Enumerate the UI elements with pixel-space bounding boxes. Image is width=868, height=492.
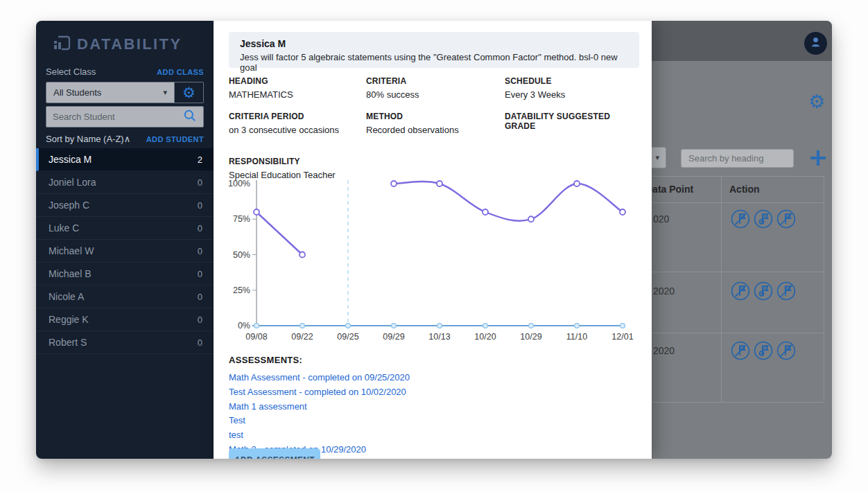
svg-text:50%: 50% xyxy=(233,250,250,260)
student-search-placeholder: Search Student xyxy=(53,112,115,122)
goal-fields: HEADINGMATHEMATICSCRITERIA80% successSCH… xyxy=(229,76,641,180)
class-dropdown[interactable]: All Students ▾ xyxy=(46,82,174,103)
student-name: Reggie K xyxy=(49,314,89,325)
data-point-settings-icon[interactable] xyxy=(754,209,773,229)
goal-count-badge: 0 xyxy=(198,292,202,302)
goal-field: DATABILITY SUGGESTED GRADE xyxy=(505,112,641,145)
svg-text:25%: 25% xyxy=(233,285,250,295)
svg-text:0%: 0% xyxy=(238,321,250,331)
field-label: RESPONSIBILITY xyxy=(229,157,366,166)
data-point-date: 2020 xyxy=(653,345,675,356)
logo: DATABILITY xyxy=(53,32,182,57)
class-dropdown-value: All Students xyxy=(53,87,101,98)
field-value: Every 3 Weeks xyxy=(505,89,641,100)
search-by-heading-input[interactable]: Search by heading xyxy=(681,149,794,168)
edit-data-point-icon[interactable] xyxy=(731,209,750,229)
assessment-link[interactable]: Math Assessment - completed on 09/25/202… xyxy=(229,372,410,384)
plus-icon xyxy=(808,158,828,170)
svg-text:09/22: 09/22 xyxy=(291,332,313,342)
add-goal-button[interactable] xyxy=(808,148,828,168)
student-name: Luke C xyxy=(49,222,79,234)
caret-up-icon: ∧ xyxy=(124,134,131,144)
select-class-label: Select Class xyxy=(46,67,96,77)
assessments-section: ASSESSMENTS: Math Assessment - completed… xyxy=(229,355,410,456)
student-row[interactable]: Joniel Lora0 xyxy=(36,171,214,194)
field-label: CRITERIA xyxy=(366,76,505,86)
student-name: Joseph C xyxy=(49,200,89,211)
datability-logo-icon xyxy=(53,34,71,55)
search-icon[interactable] xyxy=(183,109,197,125)
goal-description: Jess will factor 5 algebraic statements … xyxy=(240,52,628,73)
goal-field: CRITERIA PERIODon 3 consecutive occasion… xyxy=(229,112,366,145)
data-point-settings-icon[interactable] xyxy=(754,341,773,360)
column-header-data-point: Data Point xyxy=(645,184,693,195)
edit-data-point-icon[interactable] xyxy=(731,281,750,301)
assessments-heading: ASSESSMENTS: xyxy=(229,355,410,365)
person-icon xyxy=(809,35,822,51)
assessment-link[interactable]: Math 1 assessment xyxy=(229,401,410,413)
goal-field: CRITERIA80% success xyxy=(366,76,505,100)
student-row[interactable]: Nicole A0 xyxy=(36,285,214,308)
field-label: HEADING xyxy=(229,76,366,86)
data-point-date: 020 xyxy=(653,213,669,225)
add-assessment-button[interactable]: ADD ASSESSMENT xyxy=(229,448,320,459)
goal-count-badge: 2 xyxy=(198,155,202,165)
field-label: CRITERIA PERIOD xyxy=(229,112,366,121)
chevron-down-icon: ▾ xyxy=(163,88,167,97)
svg-text:10/20: 10/20 xyxy=(474,332,496,342)
goal-count-badge: 0 xyxy=(198,223,202,234)
svg-text:09/25: 09/25 xyxy=(337,332,358,342)
student-list: Jessica M2Joniel Lora0Joseph C0Luke C0Mi… xyxy=(36,148,214,354)
goal-count-badge: 0 xyxy=(198,246,202,256)
action-buttons xyxy=(731,281,796,301)
app-window: ⚙ ▾ Search by heading Data PointAction02… xyxy=(36,21,832,459)
svg-text:10/13: 10/13 xyxy=(428,332,450,342)
student-name: Nicole A xyxy=(49,291,84,302)
user-avatar[interactable] xyxy=(804,32,827,55)
field-label: DATABILITY SUGGESTED GRADE xyxy=(505,112,641,131)
field-value xyxy=(505,134,641,145)
assessment-link[interactable]: test xyxy=(229,430,410,441)
student-name: Jessica M xyxy=(49,154,92,165)
delete-data-point-icon[interactable] xyxy=(776,209,796,229)
svg-text:100%: 100% xyxy=(228,179,250,188)
field-label: METHOD xyxy=(366,112,505,121)
goal-header-card: Jessica M Jess will factor 5 algebraic s… xyxy=(229,32,639,68)
student-sidebar: DATABILITY Select Class ADD CLASS All St… xyxy=(36,21,214,459)
goal-count-badge: 0 xyxy=(198,269,202,279)
edit-data-point-icon[interactable] xyxy=(731,341,750,360)
goal-count-badge: 0 xyxy=(198,315,202,325)
svg-text:09/08: 09/08 xyxy=(245,332,267,342)
data-point-settings-icon[interactable] xyxy=(754,281,773,301)
goal-detail-panel: Jessica M Jess will factor 5 algebraic s… xyxy=(214,21,652,459)
student-row[interactable]: Michael B0 xyxy=(36,263,214,285)
student-row[interactable]: Joseph C0 xyxy=(36,194,214,217)
goal-field: METHODRecorded observations xyxy=(366,112,505,145)
student-row[interactable]: Luke C0 xyxy=(36,217,214,240)
svg-text:09/29: 09/29 xyxy=(383,332,404,342)
delete-data-point-icon[interactable] xyxy=(776,281,796,301)
class-settings-button[interactable]: ⚙ xyxy=(174,82,203,103)
student-row[interactable]: Robert S0 xyxy=(36,331,214,354)
goal-count-badge: 0 xyxy=(198,337,202,348)
student-row[interactable]: Jessica M2 xyxy=(36,148,214,171)
svg-text:10/29: 10/29 xyxy=(520,332,541,342)
student-row[interactable]: Reggie K0 xyxy=(36,308,214,331)
sort-by-name-toggle[interactable]: Sort by Name (A-Z)∧ xyxy=(46,134,130,144)
student-row[interactable]: Michael W0 xyxy=(36,240,214,263)
student-name: Jessica M xyxy=(240,38,628,49)
student-search-input[interactable]: Search Student xyxy=(46,106,204,128)
goal-count-badge: 0 xyxy=(198,200,202,211)
assessment-link[interactable]: Test xyxy=(229,415,410,427)
settings-gear-icon[interactable]: ⚙ xyxy=(806,91,827,112)
add-student-button[interactable]: ADD STUDENT xyxy=(146,135,204,143)
data-point-date: 2020 xyxy=(653,285,675,297)
progress-chart: 0%25%50%75%100%09/0809/2209/2509/2910/13… xyxy=(223,175,634,349)
delete-data-point-icon[interactable] xyxy=(776,341,796,360)
add-class-button[interactable]: ADD CLASS xyxy=(157,68,204,76)
field-value: on 3 consecutive occasions xyxy=(229,125,366,135)
goal-field: SCHEDULEEvery 3 Weeks xyxy=(505,76,641,100)
assessment-link[interactable]: Test Assessment - completed on 10/02/202… xyxy=(229,387,410,398)
student-name: Michael B xyxy=(49,268,91,279)
chevron-down-icon: ▾ xyxy=(655,153,659,162)
